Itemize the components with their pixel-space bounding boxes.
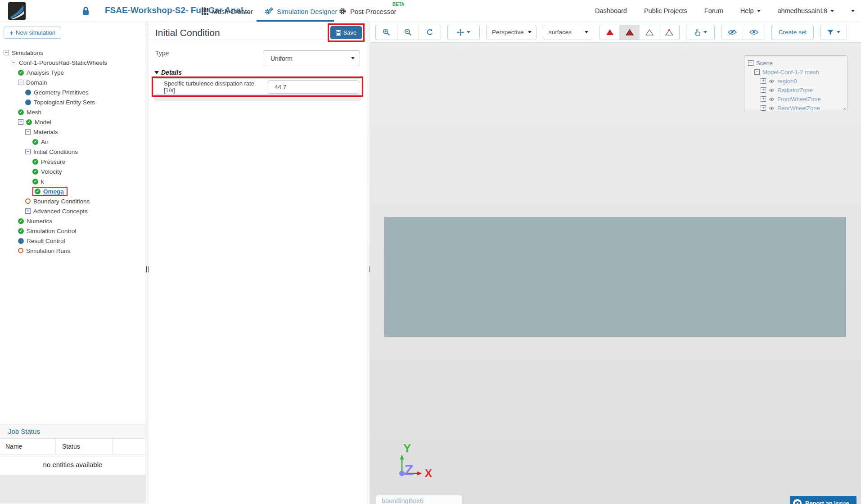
tree-item-boundary-conditions[interactable]: Boundary Conditions: [0, 196, 145, 206]
tree-item-result-control[interactable]: Result Control: [0, 236, 145, 246]
check-status-icon: ✓: [18, 218, 24, 224]
collapse-icon[interactable]: −: [18, 80, 23, 85]
tree-item-model[interactable]: −✓Model: [0, 117, 145, 127]
pan-tool-button[interactable]: [448, 25, 479, 40]
render-mode-select[interactable]: surfaces: [543, 25, 593, 40]
scene-item-radiatorzone[interactable]: +RadiatorZone: [744, 86, 847, 94]
eye-icon[interactable]: [769, 97, 775, 101]
tree-item-omega[interactable]: ✓Omega: [0, 186, 145, 196]
report-issue-label: Report an issue: [805, 500, 849, 504]
tree-item-label: Result Control: [27, 238, 65, 244]
reset-view-button[interactable]: [419, 25, 441, 40]
move-arrows-icon: [457, 29, 464, 36]
expand-icon[interactable]: +: [761, 105, 766, 111]
nav-help-menu[interactable]: Help: [740, 7, 761, 14]
nav-overflow-menu[interactable]: [851, 10, 855, 12]
details-section-toggle[interactable]: Details: [154, 69, 182, 76]
simscale-logo-icon[interactable]: [8, 2, 26, 20]
scene-item-region0[interactable]: +region0: [744, 76, 847, 86]
scene-item-model-conf-1-2-mesh[interactable]: −Model-Conf-1-2 mesh: [744, 68, 847, 76]
projection-select[interactable]: Perspective: [486, 25, 536, 40]
scene-tree: −Scene−Model-Conf-1-2 mesh+region0+Radia…: [744, 58, 847, 112]
tree-item-advanced-concepts[interactable]: +Advanced Concepts: [0, 206, 145, 216]
scene-item-frontwheelzone[interactable]: +FrontWheelZone: [744, 94, 847, 104]
tree-item-simulation-runs[interactable]: Simulation Runs: [0, 246, 145, 256]
tree-item-mesh[interactable]: ✓Mesh: [0, 107, 145, 117]
tree-item-geometry-primitives[interactable]: Geometry Primitives: [0, 87, 145, 97]
type-select[interactable]: Uniform: [263, 50, 360, 66]
tree-item-topological-entity-sets[interactable]: Topological Entity Sets: [0, 97, 145, 107]
save-button[interactable]: Save: [330, 26, 362, 39]
job-status-header[interactable]: Job Status: [0, 424, 145, 439]
expand-icon[interactable]: +: [761, 96, 766, 102]
report-issue-button[interactable]: Report an issue: [790, 496, 856, 504]
collapse-icon[interactable]: −: [25, 149, 31, 154]
collapse-icon[interactable]: −: [25, 129, 31, 135]
chevron-down-icon: [467, 31, 470, 33]
tab-mesh-creator[interactable]: Mesh Creator: [202, 5, 253, 17]
nav-forum[interactable]: Forum: [704, 7, 723, 14]
new-simulation-button[interactable]: + New simulation: [4, 27, 61, 39]
create-set-button[interactable]: Create set: [771, 25, 814, 40]
tree-item-pressure[interactable]: ✓Pressure: [0, 157, 145, 166]
tree-item-label: Simulation Runs: [26, 248, 70, 254]
nav-public-projects[interactable]: Public Projects: [644, 7, 687, 14]
collapse-icon[interactable]: −: [748, 60, 753, 66]
form-panel-resize-handle[interactable]: [367, 22, 370, 504]
collapse-icon[interactable]: −: [18, 119, 23, 125]
tree-item-numerics[interactable]: ✓Numerics: [0, 216, 145, 226]
eye-icon[interactable]: [769, 88, 775, 92]
viewport-canvas[interactable]: −Scene−Model-Conf-1-2 mesh+region0+Radia…: [370, 43, 861, 504]
tree-item-k[interactable]: ✓k: [0, 176, 145, 186]
new-simulation-label: New simulation: [16, 29, 55, 36]
tree-item-content: Conf-1-PorousRad-StaticWheels: [19, 59, 107, 66]
expand-icon[interactable]: +: [25, 208, 31, 214]
scene-item-scene[interactable]: −Scene: [744, 58, 847, 68]
render-wireframe-button[interactable]: [640, 25, 659, 40]
collapse-icon[interactable]: −: [4, 50, 9, 55]
tree-item-label: Model: [35, 119, 51, 126]
tree-item-conf-1-porousrad-staticwheels[interactable]: −Conf-1-PorousRad-StaticWheels: [0, 58, 145, 68]
bounding-box-label-panel[interactable]: boundingBox6: [376, 494, 462, 504]
check-status-icon: ✓: [26, 119, 32, 125]
render-points-button[interactable]: [659, 25, 679, 40]
eye-icon[interactable]: [769, 106, 775, 110]
mesh-bounding-box[interactable]: [384, 217, 846, 337]
nav-dashboard[interactable]: Dashboard: [595, 7, 627, 14]
hide-selection-button[interactable]: [721, 25, 743, 40]
tree-item-initial-conditions[interactable]: −Initial Conditions: [0, 147, 145, 157]
tab-post-processor[interactable]: Post-Processor: [338, 5, 397, 17]
scene-item-rearwheelzone[interactable]: +RearWheelZone: [744, 104, 847, 112]
show-selection-button[interactable]: [743, 25, 765, 40]
scene-item-label: Model-Conf-1-2 mesh: [762, 69, 819, 76]
tab-simulation-designer[interactable]: Simulation Designer: [264, 5, 337, 17]
tree-item-analysis-type[interactable]: ✓Analysis Type: [0, 68, 145, 77]
collapse-icon[interactable]: −: [754, 69, 760, 75]
filter-button[interactable]: [820, 25, 847, 40]
tree-item-content: ✓Numerics: [18, 218, 52, 225]
sidebar-resize-handle[interactable]: [145, 22, 149, 504]
render-solid-button[interactable]: [600, 25, 620, 40]
tree-item-simulations[interactable]: −Simulations: [0, 48, 145, 58]
collapse-icon[interactable]: −: [11, 60, 16, 65]
expand-icon[interactable]: +: [761, 87, 766, 93]
eye-icon[interactable]: [769, 79, 775, 83]
job-col-name: Name: [0, 439, 56, 454]
expand-icon[interactable]: +: [761, 78, 766, 84]
tree-item-materials[interactable]: −Materials: [0, 127, 145, 137]
zoom-out-button[interactable]: [397, 25, 419, 40]
tree-item-velocity[interactable]: ✓Velocity: [0, 166, 145, 176]
check-status-icon: ✓: [32, 179, 38, 184]
pick-tool-button[interactable]: [686, 25, 714, 40]
nav-user-menu[interactable]: ahmedhussain18: [778, 7, 834, 14]
zoom-to-fit-button[interactable]: [376, 25, 397, 40]
tree-item-content: Materials: [33, 129, 58, 135]
dissipation-rate-input[interactable]: 44.7: [268, 80, 359, 94]
render-mode-select-value: surfaces: [549, 29, 572, 36]
beta-badge: BETA: [392, 2, 404, 7]
render-solid-edges-button[interactable]: [620, 25, 640, 40]
tree-item-simulation-control[interactable]: ✓Simulation Control: [0, 226, 145, 236]
tree-item-domain[interactable]: −Domain: [0, 77, 145, 87]
tree-item-content: ✓Mesh: [18, 109, 41, 116]
tree-item-air[interactable]: ✓Air: [0, 137, 145, 147]
